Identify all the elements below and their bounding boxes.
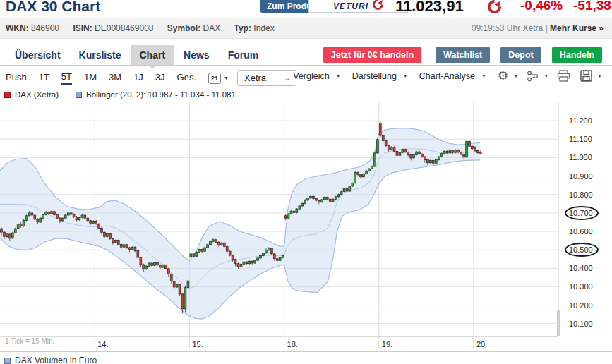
wkn-label: WKN: <box>6 23 29 33</box>
share-icon[interactable] <box>527 71 539 82</box>
change-percent: -0,46% <box>520 0 563 13</box>
print-icon[interactable] <box>557 70 570 82</box>
price-level-annotation-circle <box>565 243 599 257</box>
exchange-selected-value: Xetra <box>244 73 266 83</box>
refresh-quote-icon[interactable] <box>487 0 502 16</box>
settings-gear-icon[interactable]: ⚙ <box>498 70 508 82</box>
calendar-icon[interactable]: 21 <box>208 73 221 84</box>
broker-logo-text: VETURI <box>333 1 368 11</box>
dax-series-label: DAX (Xetra) <box>15 90 59 99</box>
symbol-label: Symbol: <box>167 23 200 33</box>
quote-timestamp-area: 09:19:53 Uhr Xetra | Mehr Kurse » <box>472 18 604 39</box>
handeln-button[interactable]: Handeln <box>552 47 602 63</box>
typ-value: Index <box>253 23 274 33</box>
legend-bollinger: Bollinger (20, 2): 10.987 - 11.034 - 11.… <box>76 90 236 99</box>
candlestick-chart[interactable]: 11.20011.10011.00010.90010.80010.70010.6… <box>0 102 612 364</box>
x-axis-label: 18. <box>287 340 298 348</box>
last-price: 11.023,91 <box>395 0 464 16</box>
symbol-value: DAX <box>203 23 221 33</box>
chart-scroll-handle[interactable] <box>557 310 560 336</box>
watchlist-button[interactable]: Watchlist <box>436 47 490 63</box>
period-1m[interactable]: 1M <box>84 72 97 85</box>
chart-period-toolbar: Push 1T 5T 1M 3M 1J 3J Ges. 21 ▼ Xetra ⌄ <box>6 70 296 86</box>
period-5t[interactable]: 5T <box>61 71 72 85</box>
price-level-annotation-circle <box>565 206 599 220</box>
action-buttons: Jetzt für 0€ handeln Watchlist Depot Han… <box>323 47 602 63</box>
tab-news[interactable]: News <box>174 45 219 65</box>
y-axis-label: 10.600 <box>569 227 593 236</box>
y-axis-label: 10.400 <box>569 264 593 272</box>
y-axis-label: 10.200 <box>569 301 593 310</box>
x-axis-label: 20. <box>476 340 487 348</box>
bollinger-series-swatch <box>76 92 82 98</box>
broker-refresh-icon <box>373 0 383 13</box>
chart-tools-toolbar: Vergleich▼ Darstellung▼ Chart-Analyse▼ ⚙… <box>293 70 602 82</box>
legend-dax: DAX (Xetra) <box>4 90 59 99</box>
typ-label: Typ: <box>234 23 251 33</box>
depot-button[interactable]: Depot <box>500 47 541 63</box>
y-axis-label: 10.800 <box>569 190 593 199</box>
y-axis-label: 10.100 <box>569 320 593 328</box>
save-icon[interactable] <box>580 70 592 82</box>
y-axis-label: 10.900 <box>569 172 593 181</box>
exchange-select[interactable]: Xetra ⌄ <box>237 70 296 86</box>
x-axis-label: 14. <box>97 340 108 348</box>
chart-plot[interactable] <box>0 102 559 351</box>
more-quotes-link[interactable]: Mehr Kurse » <box>550 23 604 33</box>
period-ges[interactable]: Ges. <box>177 72 196 85</box>
bollinger-series-label: Bollinger (20, 2): 10.987 - 11.034 - 11.… <box>86 90 236 99</box>
period-3j[interactable]: 3J <box>155 72 165 85</box>
y-axis-label: 11.200 <box>569 116 592 125</box>
volume-series-label: DAX Volumen in Euro <box>15 356 97 364</box>
x-axis-label: 15. <box>192 340 203 348</box>
period-1t[interactable]: 1T <box>39 72 49 85</box>
chart-analyse-menu[interactable]: Chart-Analyse <box>419 71 475 81</box>
volume-series-swatch <box>4 358 11 364</box>
tab-chart[interactable]: Chart <box>131 45 175 65</box>
tabs-divider <box>0 65 612 66</box>
y-axis-label: 11.000 <box>569 153 592 162</box>
trade-for-free-button[interactable]: Jetzt für 0€ handeln <box>323 47 421 63</box>
dax-chart-page: DAX 30 Chart Zum Produkt VETURI 11.023,9… <box>0 0 612 364</box>
tab-kursliste[interactable]: Kursliste <box>70 45 131 65</box>
change-absolute: -51,38 <box>573 0 611 13</box>
instrument-identifiers: WKN: 846900 ISIN: DE0008469008 Symbol: D… <box>6 18 275 39</box>
tab-uebersicht[interactable]: Übersicht <box>6 45 70 65</box>
vergleich-menu[interactable]: Vergleich <box>293 71 329 81</box>
quote-timestamp: 09:19:53 Uhr Xetra | <box>472 23 548 33</box>
isin-label: ISIN: <box>73 23 92 33</box>
calendar-dropdown-arrow[interactable]: ▼ <box>224 75 229 80</box>
volume-pane-divider <box>0 351 612 352</box>
dax-series-swatch <box>4 92 11 98</box>
chart-legend: DAX (Xetra) Bollinger (20, 2): 10.987 - … <box>4 90 253 99</box>
volume-legend: DAX Volumen in Euro <box>4 356 97 364</box>
tick-interval-note: 1 Tick = 15 Min. <box>5 337 54 345</box>
period-1j[interactable]: 1J <box>133 72 143 85</box>
period-push[interactable]: Push <box>6 72 27 85</box>
y-axis-label: 10.300 <box>569 282 593 291</box>
y-axis-label: 11.100 <box>569 135 592 143</box>
x-axis-label: 19. <box>382 340 392 348</box>
chevron-down-icon: ⌄ <box>284 71 291 85</box>
instrument-info-bar: WKN: 846900 ISIN: DE0008469008 Symbol: D… <box>0 18 612 39</box>
darstellung-menu[interactable]: Darstellung <box>352 71 397 81</box>
broker-logo-banner[interactable]: VETURI <box>308 0 408 13</box>
wkn-value: 846900 <box>31 23 59 33</box>
isin-value: DE0008469008 <box>95 23 153 33</box>
page-title: DAX 30 Chart <box>6 0 100 15</box>
section-tabs: Übersicht Kursliste Chart News Forum <box>6 45 268 65</box>
period-3m[interactable]: 3M <box>109 72 121 85</box>
tab-forum[interactable]: Forum <box>219 45 268 65</box>
